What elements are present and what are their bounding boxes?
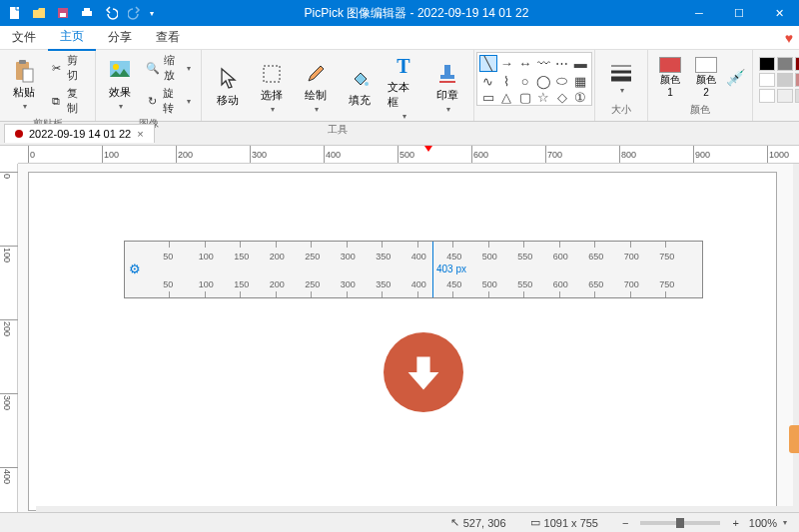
tab-home[interactable]: 主页 xyxy=(48,24,96,51)
new-icon[interactable] xyxy=(4,2,26,24)
tab-file[interactable]: 文件 xyxy=(0,25,48,50)
cursor-icon xyxy=(216,67,240,91)
effects-button[interactable]: 效果▾ xyxy=(102,57,138,113)
palette-swatch[interactable] xyxy=(759,73,775,87)
zoom-icon: 🔍 xyxy=(146,60,160,76)
document-tab[interactable]: 2022-09-19 14 01 22 × xyxy=(4,124,155,143)
tab-share[interactable]: 分享 xyxy=(96,25,144,50)
horizontal-ruler: 01002003004005006007008009001000 xyxy=(18,146,799,164)
measure-line xyxy=(432,242,433,297)
size-button[interactable]: ▾ xyxy=(601,58,641,97)
undo-icon[interactable] xyxy=(100,2,122,24)
document-tabs: 2022-09-19 14 01 22 × xyxy=(0,122,799,146)
svg-point-11 xyxy=(365,82,369,86)
svg-rect-13 xyxy=(440,75,454,79)
save-icon[interactable] xyxy=(52,2,74,24)
shape-number[interactable]: ① xyxy=(572,90,590,105)
shape-roundrect[interactable]: ▢ xyxy=(516,90,534,105)
shape-rect[interactable]: ▭ xyxy=(479,90,497,105)
shape-star[interactable]: ☆ xyxy=(535,90,553,105)
print-icon[interactable] xyxy=(76,2,98,24)
titlebar: ▾ PicPick 图像编辑器 - 2022-09-19 14 01 22 ─ … xyxy=(0,0,799,26)
color1-swatch xyxy=(659,57,681,73)
ribbon: 粘贴▾ ✂剪切 ⧉复制 剪贴板 效果▾ 🔍缩放▾ ↻旋转▾ 图像 移动 选择▾ … xyxy=(0,50,799,122)
menu-tabs: 文件 主页 分享 查看 ♥ xyxy=(0,26,799,50)
shape-callout[interactable]: ◯ xyxy=(535,73,553,89)
zoom-out-button[interactable]: − xyxy=(622,517,628,529)
stamp-icon xyxy=(435,62,459,86)
textbox-tool[interactable]: T文本框▾ xyxy=(384,52,423,123)
color-palette[interactable] xyxy=(759,57,799,103)
zoom-button[interactable]: 🔍缩放▾ xyxy=(142,52,195,84)
pencil-icon xyxy=(304,62,328,86)
shape-highlight[interactable]: ▬ xyxy=(572,55,590,72)
palette-swatch[interactable] xyxy=(795,57,799,71)
open-icon[interactable] xyxy=(28,2,50,24)
color2-button[interactable]: 颜色 2 xyxy=(690,57,722,98)
move-tool[interactable]: 移动 xyxy=(208,65,248,110)
cursor-icon: ↖ xyxy=(450,516,459,529)
svg-rect-4 xyxy=(84,8,90,11)
shape-dots[interactable]: ⋯ xyxy=(553,55,571,72)
palette-swatch[interactable] xyxy=(777,57,793,71)
copy-icon: ⧉ xyxy=(50,93,63,109)
paste-button[interactable]: 粘贴▾ xyxy=(6,57,42,113)
minimize-button[interactable]: ─ xyxy=(679,0,719,26)
shape-arrow[interactable]: → xyxy=(498,55,516,72)
palette-swatch[interactable] xyxy=(759,89,775,103)
palette-swatch[interactable] xyxy=(777,89,793,103)
fill-tool[interactable]: 填充 xyxy=(340,65,380,110)
zoom-slider[interactable] xyxy=(640,521,720,525)
zoom-in-button[interactable]: + xyxy=(732,517,738,529)
heart-icon[interactable]: ♥ xyxy=(785,30,793,46)
shape-gallery[interactable]: ╲ → ↔ 〰 ⋯ ▬ ∿ ⌇ ○ ◯ ⬭ ▦ ▭ △ ▢ ☆ ◇ ① xyxy=(476,52,592,106)
close-button[interactable]: ✕ xyxy=(759,0,799,26)
cut-button[interactable]: ✂剪切 xyxy=(46,52,89,84)
canvas[interactable]: ⚙ 403 px 5050100100150150200200250250300… xyxy=(28,172,777,511)
pixel-ruler-widget[interactable]: ⚙ 403 px 5050100100150150200200250250300… xyxy=(124,241,703,298)
shape-triangle[interactable]: △ xyxy=(498,90,516,105)
paste-icon xyxy=(12,59,36,83)
palette-swatch[interactable] xyxy=(759,57,775,71)
shape-blur[interactable]: ▦ xyxy=(572,73,590,89)
vertical-scrollbar[interactable] xyxy=(793,164,799,512)
eyedropper-icon[interactable]: 💉 xyxy=(726,68,746,87)
shape-diamond[interactable]: ◇ xyxy=(553,90,571,105)
close-tab-icon[interactable]: × xyxy=(137,128,143,140)
dimensions-icon: ▭ xyxy=(530,516,540,529)
shape-polyline[interactable]: ⌇ xyxy=(498,73,516,89)
palette-swatch[interactable] xyxy=(777,73,793,87)
side-handle[interactable] xyxy=(789,425,799,453)
shape-curve[interactable]: 〰 xyxy=(535,55,553,72)
gear-icon[interactable]: ⚙ xyxy=(129,262,145,277)
redo-icon[interactable] xyxy=(124,2,146,24)
bucket-icon xyxy=(348,67,372,91)
shape-speech[interactable]: ⬭ xyxy=(553,73,571,89)
shape-ellipse[interactable]: ○ xyxy=(516,73,534,89)
shape-double-arrow[interactable]: ↔ xyxy=(516,55,534,72)
color1-button[interactable]: 颜色 1 xyxy=(654,57,686,98)
copy-button[interactable]: ⧉复制 xyxy=(46,85,89,117)
canvas-area[interactable]: ⚙ 403 px 5050100100150150200200250250300… xyxy=(18,164,799,512)
shape-line[interactable]: ╲ xyxy=(479,55,497,72)
effects-icon xyxy=(108,59,132,83)
maximize-button[interactable]: ☐ xyxy=(719,0,759,26)
group-colors: 颜色 1 颜色 2 💉 颜色 xyxy=(648,50,753,121)
palette-swatch[interactable] xyxy=(795,89,799,103)
ruler-marker xyxy=(424,146,432,152)
svg-rect-3 xyxy=(82,11,92,16)
draw-tool[interactable]: 绘制▾ xyxy=(296,60,336,116)
group-palette: 更多▾ 调色板 xyxy=(753,50,799,121)
rotate-icon: ↻ xyxy=(146,93,159,109)
palette-swatch[interactable] xyxy=(795,73,799,87)
stamp-tool[interactable]: 印章▾ xyxy=(427,60,467,116)
tab-view[interactable]: 查看 xyxy=(144,25,192,50)
svg-rect-10 xyxy=(264,66,280,82)
zoom-dropdown[interactable]: ▾ xyxy=(783,518,787,527)
canvas-dimensions: ▭1091 x 755 xyxy=(518,516,610,529)
select-tool[interactable]: 选择▾ xyxy=(252,60,292,116)
shape-bezier[interactable]: ∿ xyxy=(479,73,497,89)
rotate-button[interactable]: ↻旋转▾ xyxy=(142,85,195,117)
workspace: 01002003004005006007008009001000 0100200… xyxy=(0,146,799,512)
quick-access-toolbar: ▾ xyxy=(0,2,154,24)
